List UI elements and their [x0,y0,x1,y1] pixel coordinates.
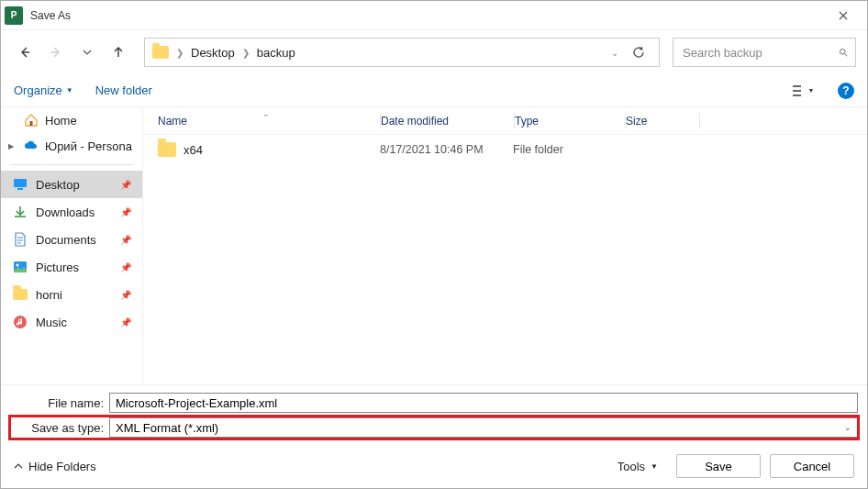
sidebar-item-label: Desktop [36,178,80,192]
sidebar-item-desktop[interactable]: Desktop 📌 [1,171,142,198]
file-list-area: Name ⌃ Date modified Type Size x64 8/17/… [143,107,867,384]
chevron-down-icon: ▼ [808,87,815,94]
sort-indicator-icon: ⌃ [262,113,270,122]
home-icon [23,112,39,128]
toolbar: Organize ▼ New folder ▼ ? [1,74,867,107]
filename-input[interactable] [109,393,858,413]
refresh-button[interactable] [626,39,651,65]
organize-label: Organize [14,83,62,97]
organize-menu[interactable]: Organize ▼ [14,83,73,97]
column-size[interactable]: Size [626,115,699,128]
column-headers: Name ⌃ Date modified Type Size [143,107,867,135]
recent-dropdown[interactable] [74,39,100,65]
title-bar: P Save As [1,1,867,30]
sidebar-item-label: Documents [36,233,96,247]
filename-label: File name: [10,396,109,410]
sidebar-item-label: Downloads [36,206,95,219]
search-box[interactable] [673,38,856,67]
address-bar[interactable]: ❯ Desktop ❯ backup ⌄ [144,38,660,67]
footer: Hide Folders Tools ▼ Save Cancel [1,444,867,488]
cloud-icon [23,138,39,154]
hide-folders-button[interactable]: Hide Folders [14,460,96,473]
column-date[interactable]: Date modified [381,115,514,128]
sidebar-item-label: Pictures [36,261,79,274]
main-area: Home ▶ Юрий - Persona Desktop 📌 Download… [1,107,867,384]
svg-point-0 [840,49,845,54]
savetype-label: Save as type: [10,421,109,435]
filename-row: File name: [10,393,858,413]
sidebar: Home ▶ Юрий - Persona Desktop 📌 Download… [1,107,143,384]
column-name[interactable]: Name ⌃ [150,115,380,128]
chevron-right-icon: ❯ [242,48,250,58]
up-button[interactable] [106,39,131,65]
svg-rect-1 [30,121,33,126]
separator [10,164,133,165]
file-name: x64 [184,143,203,157]
pin-icon: 📌 [120,317,131,328]
chevron-down-icon: ▼ [651,462,658,471]
file-row[interactable]: x64 8/17/2021 10:46 PM File folder [143,135,867,164]
chevron-up-icon [14,463,23,469]
column-type[interactable]: Type [515,115,625,128]
chevron-right-icon: ❯ [176,48,184,58]
pin-icon: 📌 [120,235,131,245]
pin-icon: 📌 [120,207,131,217]
new-folder-button[interactable]: New folder [95,83,152,97]
desktop-icon [12,176,28,193]
savetype-select[interactable]: XML Format (*.xml) ⌄ [109,417,858,438]
svg-point-5 [17,264,19,267]
document-icon [12,231,28,248]
breadcrumb-part[interactable]: Desktop [191,46,235,60]
file-type: File folder [513,143,623,156]
savetype-value: XML Format (*.xml) [116,421,844,435]
chevron-right-icon[interactable]: ▶ [8,142,17,150]
save-form: File name: Save as type: XML Format (*.x… [1,384,867,444]
download-icon [12,204,28,220]
sidebar-item-music[interactable]: Music 📌 [1,308,142,336]
window-title: Save As [30,9,71,22]
view-options-button[interactable]: ▼ [790,78,816,104]
music-icon [12,314,28,330]
sidebar-item-horni[interactable]: horni 📌 [1,281,142,308]
savetype-row: Save as type: XML Format (*.xml) ⌄ [10,417,858,439]
nav-row: ❯ Desktop ❯ backup ⌄ [1,30,867,74]
tree-home[interactable]: Home [1,107,142,133]
file-date: 8/17/2021 10:46 PM [380,143,513,156]
sidebar-item-documents[interactable]: Documents 📌 [1,226,142,253]
sidebar-item-pictures[interactable]: Pictures 📌 [1,253,142,281]
app-icon: P [5,6,23,25]
tree-home-label: Home [45,114,77,128]
folder-icon [12,286,28,303]
sidebar-item-label: Music [36,316,67,329]
chevron-down-icon[interactable]: ⌄ [611,48,618,58]
file-rows: x64 8/17/2021 10:46 PM File folder [143,135,867,384]
back-button[interactable] [12,39,38,65]
pin-icon: 📌 [120,180,131,190]
pictures-icon [12,259,28,275]
folder-icon [152,46,169,59]
cancel-button[interactable]: Cancel [770,454,854,478]
sidebar-item-downloads[interactable]: Downloads 📌 [1,198,142,226]
pin-icon: 📌 [120,290,131,300]
chevron-down-icon: ▼ [66,86,73,94]
tree-onedrive-label: Юрий - Persona [45,139,132,153]
close-button[interactable] [823,1,863,30]
chevron-down-icon: ⌄ [844,423,851,432]
tools-menu[interactable]: Tools ▼ [618,460,658,473]
tree-onedrive[interactable]: ▶ Юрий - Persona [1,133,142,159]
breadcrumb-part[interactable]: backup [257,46,295,60]
search-input[interactable] [681,45,839,61]
svg-rect-3 [17,188,23,190]
sidebar-item-label: horni [36,288,62,302]
folder-icon [158,142,176,157]
help-button[interactable]: ? [838,83,854,99]
svg-rect-2 [14,179,27,187]
search-icon [839,46,848,59]
save-button[interactable]: Save [676,454,761,478]
pin-icon: 📌 [120,262,131,272]
forward-button[interactable] [43,39,69,65]
